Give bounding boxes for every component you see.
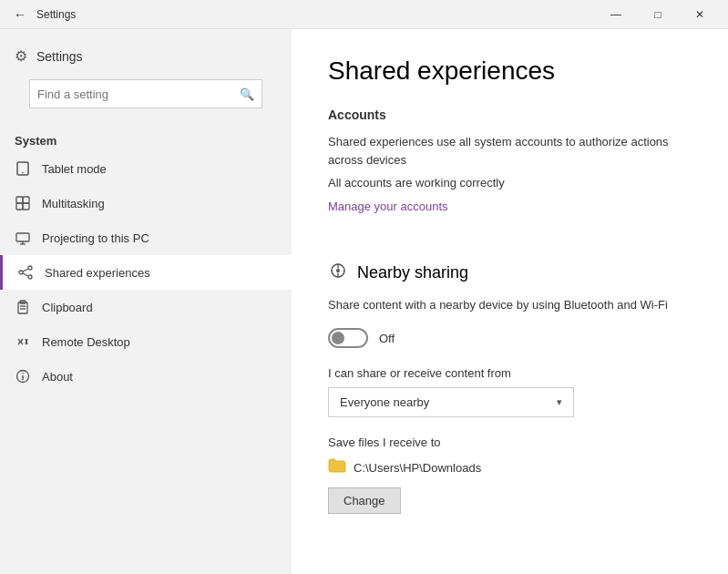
- chevron-down-icon: ▾: [557, 396, 562, 408]
- close-button[interactable]: ✕: [679, 0, 721, 29]
- svg-rect-6: [16, 233, 29, 241]
- search-input[interactable]: [37, 87, 240, 101]
- dropdown-value: Everyone nearby: [340, 395, 429, 409]
- accounts-description: Shared experiences use all system accoun…: [328, 133, 692, 169]
- nearby-description: Share content with a nearby device by us…: [328, 296, 692, 314]
- sidebar-item-about[interactable]: About: [0, 359, 292, 394]
- minimize-button[interactable]: —: [595, 0, 637, 29]
- sidebar-section-title: System: [0, 127, 292, 151]
- search-icon: 🔍: [240, 87, 254, 101]
- page-title: Shared experiences: [328, 56, 692, 86]
- change-button[interactable]: Change: [328, 487, 401, 514]
- sidebar-item-multitasking[interactable]: Multitasking: [0, 186, 292, 220]
- sidebar-header: ⚙ Settings 🔍: [0, 29, 292, 127]
- settings-icon: ⚙: [15, 47, 27, 65]
- nearby-sharing-icon: [328, 261, 348, 285]
- accounts-section: Accounts Shared experiences use all syst…: [328, 108, 692, 239]
- remote-desktop-icon: [15, 333, 31, 350]
- toggle-row: Off: [328, 328, 692, 348]
- window-controls: — □ ✕: [595, 0, 721, 29]
- svg-rect-14: [18, 302, 27, 313]
- svg-rect-3: [23, 197, 29, 203]
- nearby-sharing-toggle[interactable]: [328, 328, 368, 348]
- svg-rect-4: [16, 203, 23, 210]
- sidebar-title-label: Settings: [36, 49, 83, 64]
- svg-point-10: [28, 266, 32, 270]
- sidebar-item-shared-experiences[interactable]: Shared experiences: [0, 255, 292, 290]
- svg-rect-2: [16, 197, 23, 203]
- svg-point-11: [28, 275, 32, 279]
- sidebar: ⚙ Settings 🔍 System Tablet mode: [0, 29, 292, 574]
- maximize-button[interactable]: □: [637, 0, 679, 29]
- folder-row: C:\Users\HP\Downloads: [328, 458, 692, 477]
- sidebar-item-label: Remote Desktop: [42, 335, 130, 349]
- svg-point-9: [19, 271, 23, 274]
- back-icon: ←: [14, 7, 26, 22]
- titlebar-title: Settings: [36, 8, 76, 21]
- main-layout: ⚙ Settings 🔍 System Tablet mode: [0, 29, 728, 574]
- sidebar-item-remote-desktop[interactable]: Remote Desktop: [0, 324, 292, 359]
- titlebar: ← Settings — □ ✕: [0, 0, 728, 29]
- clipboard-icon: [15, 299, 31, 315]
- sidebar-item-label: About: [42, 370, 73, 384]
- nearby-sharing-section: Nearby sharing Share content with a near…: [328, 261, 692, 515]
- share-from-dropdown[interactable]: Everyone nearby ▾: [328, 387, 574, 417]
- tablet-mode-icon: [15, 160, 31, 177]
- toggle-label: Off: [379, 332, 395, 345]
- nearby-title-row: Nearby sharing: [328, 261, 692, 285]
- accounts-heading: Accounts: [328, 108, 692, 122]
- folder-icon: [328, 458, 346, 477]
- shared-experiences-icon: [17, 264, 34, 281]
- share-from-label: I can share or receive content from: [328, 366, 692, 380]
- manage-accounts-link[interactable]: Manage your accounts: [328, 200, 448, 213]
- toggle-thumb: [332, 332, 344, 344]
- search-box[interactable]: 🔍: [29, 79, 262, 108]
- svg-line-12: [23, 269, 28, 272]
- sidebar-item-tablet-mode[interactable]: Tablet mode: [0, 151, 292, 186]
- sidebar-item-label: Shared experiences: [45, 266, 150, 280]
- nearby-sharing-title: Nearby sharing: [357, 263, 468, 282]
- svg-rect-5: [23, 203, 29, 210]
- svg-point-1: [22, 172, 24, 174]
- sidebar-item-projecting[interactable]: Projecting to this PC: [0, 220, 292, 255]
- sidebar-item-label: Multitasking: [42, 197, 105, 210]
- content-area: Shared experiences Accounts Shared exper…: [292, 29, 728, 574]
- sidebar-item-clipboard[interactable]: Clipboard: [0, 290, 292, 324]
- sidebar-app-title: ⚙ Settings: [15, 47, 277, 65]
- svg-line-13: [23, 273, 28, 276]
- multitasking-icon: [15, 195, 31, 211]
- save-files-label: Save files I receive to: [328, 436, 692, 449]
- svg-point-24: [22, 373, 24, 374]
- folder-path: C:\Users\HP\Downloads: [354, 461, 481, 475]
- sidebar-item-label: Clipboard: [42, 301, 93, 314]
- projecting-icon: [15, 230, 31, 246]
- accounts-status: All accounts are working correctly: [328, 174, 692, 192]
- back-button[interactable]: ←: [7, 2, 33, 27]
- svg-point-25: [336, 269, 340, 272]
- sidebar-item-label: Tablet mode: [42, 162, 107, 176]
- about-icon: [15, 368, 31, 384]
- sidebar-item-label: Projecting to this PC: [42, 231, 149, 245]
